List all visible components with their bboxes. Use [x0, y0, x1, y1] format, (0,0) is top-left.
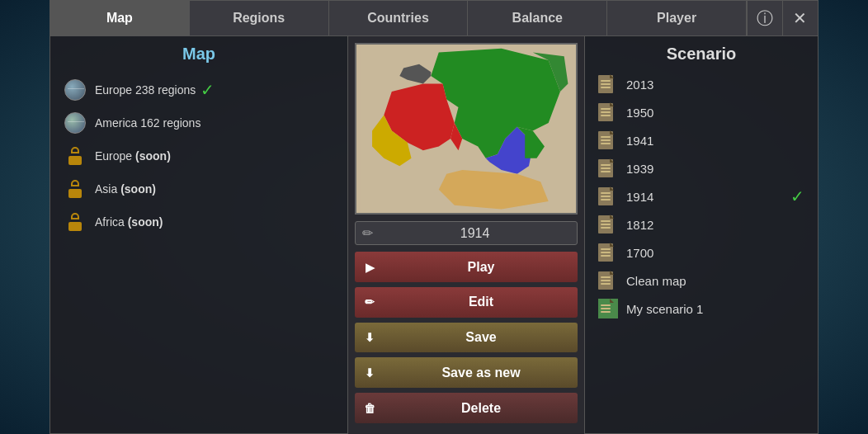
map-item-europe238[interactable]: Europe 238 regions ✓: [50, 73, 347, 106]
middle-panel: ✏ 1914 ▶ Play ✏ Edit ⬇ Save ⬇ Save as ne…: [348, 36, 584, 434]
map-item-america162-label: America 162 regions: [95, 116, 200, 130]
pencil-icon: ✏: [362, 225, 373, 241]
scenario-item-myscenario1[interactable]: My scenario 1: [585, 295, 818, 323]
scenario-item-cleanmap[interactable]: Clean map: [585, 267, 818, 295]
scenario-file-icon-2013: [598, 74, 618, 94]
tab-bar: Map Regions Countries Balance Player ⓘ ✕: [50, 1, 818, 36]
info-button[interactable]: ⓘ: [747, 1, 782, 36]
scenario-1914-checkmark: ✓: [790, 186, 804, 206]
scenario-file-icon-1941: [598, 130, 618, 150]
left-panel-title: Map: [50, 45, 347, 64]
scenario-item-2013[interactable]: 2013: [585, 70, 818, 98]
tab-balance[interactable]: Balance: [468, 1, 607, 35]
tab-map[interactable]: Map: [50, 1, 190, 35]
left-panel: Map Europe 238 regions ✓ America 162 reg…: [50, 36, 348, 434]
lock-europe-icon: [64, 144, 87, 167]
scenario-year-input-row: ✏ 1914: [355, 221, 578, 245]
map-item-africa-soon[interactable]: Africa (soon): [50, 205, 347, 238]
edit-icon: ✏: [355, 295, 384, 309]
globe-europe-icon: [64, 78, 87, 101]
scenario-year-1950: 1950: [626, 106, 804, 120]
delete-label: Delete: [384, 401, 578, 416]
play-icon: ▶: [355, 261, 384, 274]
scenario-cleanmap-label: Clean map: [626, 274, 804, 288]
tab-icon-group: ⓘ ✕: [747, 1, 818, 35]
play-label: Play: [384, 260, 578, 275]
edit-label: Edit: [384, 295, 578, 309]
scenario-year-2013: 2013: [626, 78, 804, 92]
scenario-item-1914[interactable]: 1914 ✓: [585, 182, 818, 210]
scenario-year-1941: 1941: [626, 134, 804, 148]
map-item-europe-soon-label: Europe (soon): [95, 149, 171, 163]
tab-countries[interactable]: Countries: [329, 1, 469, 35]
save-icon: ⬇: [355, 331, 384, 344]
scenario-item-1700[interactable]: 1700: [585, 238, 818, 267]
tab-player[interactable]: Player: [607, 1, 747, 35]
scenario-item-1939[interactable]: 1939: [585, 154, 818, 182]
right-panel-title: Scenario: [585, 45, 818, 64]
map-item-africa-soon-label: Africa (soon): [95, 215, 163, 229]
globe-america-icon: [64, 111, 87, 134]
save-as-new-button[interactable]: ⬇ Save as new: [355, 357, 578, 388]
save-as-icon: ⬇: [355, 366, 384, 380]
main-panel: Map Regions Countries Balance Player ⓘ ✕…: [50, 0, 818, 434]
play-button[interactable]: ▶ Play: [355, 252, 578, 282]
scenario-year-1700: 1700: [626, 246, 804, 260]
lock-africa-icon: [64, 210, 87, 234]
map-item-asia-soon-label: Asia (soon): [95, 182, 156, 196]
right-panel: Scenario 2013: [584, 36, 818, 434]
map-preview: [355, 43, 578, 215]
scenario-file-icon-myscenario1: [598, 299, 618, 318]
edit-button[interactable]: ✏ Edit: [355, 287, 578, 318]
delete-icon: 🗑: [355, 402, 384, 415]
map-item-europe238-label: Europe 238 regions: [95, 83, 196, 97]
close-button[interactable]: ✕: [782, 1, 818, 36]
scenario-file-icon-cleanmap: [598, 271, 618, 290]
scenario-file-icon-1914: [598, 186, 618, 206]
scenario-year-1914: 1914: [626, 190, 790, 204]
lock-asia-icon: [64, 177, 87, 200]
save-button[interactable]: ⬇ Save: [355, 323, 578, 353]
scenario-file-icon-1812: [598, 215, 618, 234]
scenario-file-icon-1939: [598, 158, 618, 178]
scenario-year-1812: 1812: [626, 218, 804, 232]
content-area: Map Europe 238 regions ✓ America 162 reg…: [50, 36, 818, 434]
europe238-checkmark: ✓: [200, 80, 215, 100]
scenario-myscenario1-label: My scenario 1: [626, 302, 804, 316]
delete-button[interactable]: 🗑 Delete: [355, 393, 578, 423]
scenario-item-1812[interactable]: 1812: [585, 210, 818, 238]
map-item-europe-soon[interactable]: Europe (soon): [50, 139, 347, 172]
scenario-file-icon-1700: [598, 243, 618, 262]
save-label: Save: [384, 330, 578, 345]
map-item-america162[interactable]: America 162 regions: [50, 106, 347, 139]
map-svg: [356, 45, 576, 213]
scenario-file-icon-1950: [598, 102, 618, 122]
scenario-year-display: 1914: [380, 226, 570, 241]
save-as-label: Save as new: [384, 366, 578, 380]
map-item-asia-soon[interactable]: Asia (soon): [50, 172, 347, 205]
scenario-item-1950[interactable]: 1950: [585, 98, 818, 126]
scenario-item-1941[interactable]: 1941: [585, 126, 818, 154]
tab-regions[interactable]: Regions: [190, 1, 329, 35]
scenario-year-1939: 1939: [626, 162, 804, 176]
